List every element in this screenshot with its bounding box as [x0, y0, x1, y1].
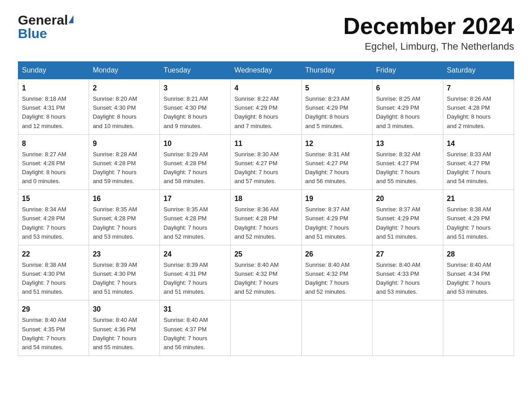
- calendar-cell: [301, 300, 372, 356]
- calendar-cell: 21Sunrise: 8:38 AM Sunset: 4:29 PM Dayli…: [443, 190, 514, 245]
- calendar-cell: 23Sunrise: 8:39 AM Sunset: 4:30 PM Dayli…: [89, 245, 160, 300]
- day-number: 14: [447, 138, 510, 149]
- calendar-cell: 8Sunrise: 8:27 AM Sunset: 4:28 PM Daylig…: [18, 134, 89, 190]
- day-info: Sunrise: 8:22 AM Sunset: 4:29 PM Dayligh…: [234, 94, 297, 131]
- day-info: Sunrise: 8:26 AM Sunset: 4:28 PM Dayligh…: [447, 94, 510, 131]
- calendar-cell: 7Sunrise: 8:26 AM Sunset: 4:28 PM Daylig…: [443, 79, 514, 135]
- day-number: 9: [93, 138, 156, 149]
- calendar-cell: [372, 300, 443, 356]
- day-number: 24: [163, 249, 227, 260]
- calendar-cell: 3Sunrise: 8:21 AM Sunset: 4:30 PM Daylig…: [160, 79, 231, 135]
- day-info: Sunrise: 8:40 AM Sunset: 4:32 PM Dayligh…: [305, 261, 369, 297]
- day-number: 3: [163, 83, 227, 94]
- day-info: Sunrise: 8:29 AM Sunset: 4:28 PM Dayligh…: [163, 150, 227, 186]
- calendar-cell: 19Sunrise: 8:37 AM Sunset: 4:29 PM Dayli…: [301, 190, 372, 245]
- day-number: 6: [376, 83, 439, 94]
- calendar-table: SundayMondayTuesdayWednesdayThursdayFrid…: [18, 61, 514, 356]
- calendar-cell: 6Sunrise: 8:25 AM Sunset: 4:29 PM Daylig…: [372, 79, 443, 135]
- calendar-header-friday: Friday: [372, 62, 443, 79]
- day-info: Sunrise: 8:40 AM Sunset: 4:35 PM Dayligh…: [22, 316, 85, 352]
- day-info: Sunrise: 8:39 AM Sunset: 4:30 PM Dayligh…: [93, 261, 156, 297]
- calendar-cell: 9Sunrise: 8:28 AM Sunset: 4:28 PM Daylig…: [89, 134, 160, 190]
- calendar-cell: 17Sunrise: 8:35 AM Sunset: 4:28 PM Dayli…: [160, 190, 231, 245]
- day-info: Sunrise: 8:37 AM Sunset: 4:29 PM Dayligh…: [305, 205, 369, 241]
- calendar-cell: 2Sunrise: 8:20 AM Sunset: 4:30 PM Daylig…: [89, 79, 160, 135]
- location-title: Egchel, Limburg, The Netherlands: [343, 41, 514, 52]
- calendar-cell: 22Sunrise: 8:38 AM Sunset: 4:30 PM Dayli…: [18, 245, 89, 300]
- calendar-cell: 31Sunrise: 8:40 AM Sunset: 4:37 PM Dayli…: [160, 300, 231, 356]
- day-info: Sunrise: 8:40 AM Sunset: 4:33 PM Dayligh…: [376, 261, 439, 297]
- calendar-cell: 20Sunrise: 8:37 AM Sunset: 4:29 PM Dayli…: [372, 190, 443, 245]
- day-number: 30: [93, 304, 156, 315]
- calendar-week-row: 15Sunrise: 8:34 AM Sunset: 4:28 PM Dayli…: [18, 190, 514, 245]
- calendar-header-thursday: Thursday: [301, 62, 372, 79]
- day-info: Sunrise: 8:40 AM Sunset: 4:37 PM Dayligh…: [163, 316, 227, 352]
- day-number: 4: [234, 83, 297, 94]
- day-number: 2: [93, 83, 156, 94]
- calendar-cell: 11Sunrise: 8:30 AM Sunset: 4:27 PM Dayli…: [231, 134, 301, 190]
- day-number: 25: [234, 249, 297, 260]
- calendar-cell: 28Sunrise: 8:40 AM Sunset: 4:34 PM Dayli…: [443, 245, 514, 300]
- day-number: 19: [305, 193, 369, 204]
- day-number: 8: [22, 138, 85, 149]
- day-info: Sunrise: 8:36 AM Sunset: 4:28 PM Dayligh…: [234, 205, 297, 241]
- day-number: 13: [376, 138, 439, 149]
- calendar-week-row: 8Sunrise: 8:27 AM Sunset: 4:28 PM Daylig…: [18, 134, 514, 190]
- title-block: December 2024 Egchel, Limburg, The Nethe…: [343, 13, 514, 52]
- calendar-week-row: 1Sunrise: 8:18 AM Sunset: 4:31 PM Daylig…: [18, 79, 514, 135]
- day-number: 26: [305, 249, 369, 260]
- calendar-cell: 16Sunrise: 8:35 AM Sunset: 4:28 PM Dayli…: [89, 190, 160, 245]
- day-info: Sunrise: 8:27 AM Sunset: 4:28 PM Dayligh…: [22, 150, 85, 186]
- day-info: Sunrise: 8:38 AM Sunset: 4:30 PM Dayligh…: [22, 261, 85, 297]
- calendar-cell: [443, 300, 514, 356]
- day-number: 5: [305, 83, 369, 94]
- day-number: 1: [22, 83, 85, 94]
- day-number: 18: [234, 193, 297, 204]
- page-header: General Blue December 2024 Egchel, Limbu…: [18, 13, 514, 52]
- day-number: 22: [22, 249, 85, 260]
- day-info: Sunrise: 8:39 AM Sunset: 4:31 PM Dayligh…: [163, 261, 227, 297]
- logo-blue-text: Blue: [18, 26, 47, 41]
- day-info: Sunrise: 8:18 AM Sunset: 4:31 PM Dayligh…: [22, 94, 85, 131]
- calendar-cell: 4Sunrise: 8:22 AM Sunset: 4:29 PM Daylig…: [231, 79, 301, 135]
- calendar-cell: 14Sunrise: 8:33 AM Sunset: 4:27 PM Dayli…: [443, 134, 514, 190]
- calendar-cell: 24Sunrise: 8:39 AM Sunset: 4:31 PM Dayli…: [160, 245, 231, 300]
- calendar-cell: 13Sunrise: 8:32 AM Sunset: 4:27 PM Dayli…: [372, 134, 443, 190]
- day-number: 31: [163, 304, 227, 315]
- day-info: Sunrise: 8:31 AM Sunset: 4:27 PM Dayligh…: [305, 150, 369, 186]
- day-number: 23: [93, 249, 156, 260]
- logo-arrow-icon: [69, 15, 73, 23]
- day-info: Sunrise: 8:37 AM Sunset: 4:29 PM Dayligh…: [376, 205, 439, 241]
- day-number: 21: [447, 193, 510, 204]
- calendar-header-wednesday: Wednesday: [231, 62, 301, 79]
- calendar-cell: 15Sunrise: 8:34 AM Sunset: 4:28 PM Dayli…: [18, 190, 89, 245]
- calendar-header-saturday: Saturday: [443, 62, 514, 79]
- day-info: Sunrise: 8:23 AM Sunset: 4:29 PM Dayligh…: [305, 94, 369, 131]
- day-info: Sunrise: 8:35 AM Sunset: 4:28 PM Dayligh…: [163, 205, 227, 241]
- calendar-cell: 25Sunrise: 8:40 AM Sunset: 4:32 PM Dayli…: [231, 245, 301, 300]
- calendar-cell: 5Sunrise: 8:23 AM Sunset: 4:29 PM Daylig…: [301, 79, 372, 135]
- day-number: 17: [163, 193, 227, 204]
- calendar-header-tuesday: Tuesday: [160, 62, 231, 79]
- day-number: 10: [163, 138, 227, 149]
- month-title: December 2024: [343, 13, 514, 39]
- day-info: Sunrise: 8:34 AM Sunset: 4:28 PM Dayligh…: [22, 205, 85, 241]
- day-info: Sunrise: 8:38 AM Sunset: 4:29 PM Dayligh…: [447, 205, 510, 241]
- calendar-header-row: SundayMondayTuesdayWednesdayThursdayFrid…: [18, 62, 514, 79]
- day-info: Sunrise: 8:32 AM Sunset: 4:27 PM Dayligh…: [376, 150, 439, 186]
- calendar-cell: 1Sunrise: 8:18 AM Sunset: 4:31 PM Daylig…: [18, 79, 89, 135]
- day-number: 16: [93, 193, 156, 204]
- calendar-cell: 18Sunrise: 8:36 AM Sunset: 4:28 PM Dayli…: [231, 190, 301, 245]
- day-number: 28: [447, 249, 510, 260]
- day-info: Sunrise: 8:21 AM Sunset: 4:30 PM Dayligh…: [163, 94, 227, 131]
- calendar-week-row: 29Sunrise: 8:40 AM Sunset: 4:35 PM Dayli…: [18, 300, 514, 356]
- calendar-week-row: 22Sunrise: 8:38 AM Sunset: 4:30 PM Dayli…: [18, 245, 514, 300]
- calendar-cell: 30Sunrise: 8:40 AM Sunset: 4:36 PM Dayli…: [89, 300, 160, 356]
- calendar-cell: 12Sunrise: 8:31 AM Sunset: 4:27 PM Dayli…: [301, 134, 372, 190]
- day-info: Sunrise: 8:40 AM Sunset: 4:36 PM Dayligh…: [93, 316, 156, 352]
- day-info: Sunrise: 8:35 AM Sunset: 4:28 PM Dayligh…: [93, 205, 156, 241]
- calendar-cell: 27Sunrise: 8:40 AM Sunset: 4:33 PM Dayli…: [372, 245, 443, 300]
- day-info: Sunrise: 8:33 AM Sunset: 4:27 PM Dayligh…: [447, 150, 510, 186]
- day-info: Sunrise: 8:30 AM Sunset: 4:27 PM Dayligh…: [234, 150, 297, 186]
- logo: General Blue: [18, 13, 73, 40]
